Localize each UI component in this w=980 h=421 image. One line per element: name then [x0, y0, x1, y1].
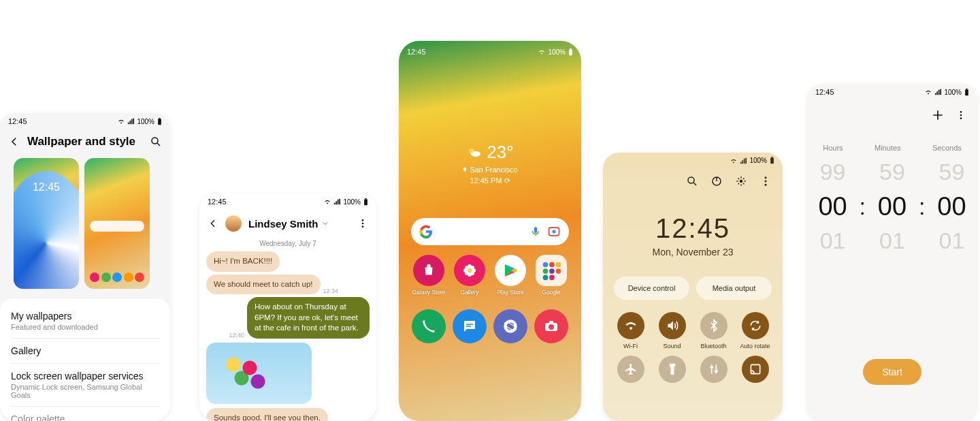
svg-point-11: [471, 151, 480, 157]
qs-bluetooth[interactable]: Bluetooth: [693, 312, 734, 350]
svg-point-44: [765, 181, 767, 183]
app-galaxy-store[interactable]: Galaxy Store: [410, 255, 448, 296]
home-screen: 12:45 100% 23° San Francisco 12:45 PM ⟳ …: [399, 41, 581, 421]
more-icon[interactable]: [956, 108, 966, 122]
play-icon: [495, 255, 526, 286]
timer-headers: Hours Minutes Seconds: [807, 144, 977, 152]
qs-cast[interactable]: [734, 356, 776, 383]
svg-rect-39: [771, 157, 772, 158]
wallpaper-style-screen: 12:45 100% Wallpaper and style 12:45 My …: [0, 113, 170, 421]
app-row: Galaxy Store Gallery Play Store Google: [399, 245, 581, 296]
svg-point-27: [543, 268, 549, 274]
weather-icon: [466, 144, 483, 161]
search-icon[interactable]: [686, 175, 698, 187]
svg-point-45: [765, 184, 767, 186]
svg-point-7: [362, 225, 364, 228]
wifi-icon: [324, 198, 331, 205]
svg-point-26: [556, 262, 561, 268]
signal-icon: [740, 157, 747, 164]
wallpaper-thumbs: 12:45: [0, 154, 170, 298]
wifi-icon: [925, 89, 932, 95]
status-bar: 100%: [603, 153, 783, 168]
sound-icon: [659, 312, 686, 339]
chevron-down-icon[interactable]: [321, 219, 329, 228]
phone-icon: [412, 309, 446, 343]
app-play-store[interactable]: Play Store: [491, 255, 529, 296]
avatar[interactable]: [225, 215, 242, 232]
search-icon[interactable]: [150, 136, 162, 148]
lockscreen-preview[interactable]: 12:45: [14, 158, 79, 289]
wifi-icon: [730, 157, 737, 164]
list-item[interactable]: Lock screen wallpaper services Dynamic L…: [0, 364, 170, 406]
folder-icon: [536, 255, 567, 286]
message-out: 12:40 How about on Thursday at 6PM? If y…: [199, 296, 376, 340]
svg-point-6: [362, 223, 364, 225]
svg-point-51: [960, 117, 962, 119]
seconds-wheel[interactable]: 59 00 01: [930, 156, 973, 257]
clock: 12:45 Mon, November 23: [603, 213, 783, 258]
device-control-button[interactable]: Device control: [614, 277, 689, 300]
list-item[interactable]: My wallpapers Featured and downloaded: [0, 304, 170, 338]
qs-airplane[interactable]: [610, 356, 651, 383]
message-in: Hi~! I'm BACK!!!!: [199, 250, 376, 273]
page-title: Wallpaper and style: [27, 135, 143, 149]
app-messages[interactable]: [451, 309, 489, 343]
app-phone[interactable]: [410, 309, 448, 343]
contact-name[interactable]: Lindsey Smith: [248, 218, 350, 230]
svg-rect-3: [364, 199, 368, 205]
plus-icon[interactable]: [931, 108, 945, 122]
start-button[interactable]: Start: [863, 359, 921, 385]
app-google-folder[interactable]: Google: [532, 255, 570, 296]
panel-tools: [603, 168, 783, 194]
svg-point-23: [468, 268, 472, 272]
more-icon[interactable]: [357, 218, 368, 229]
status-bar: 12:45 100%: [0, 113, 170, 129]
svg-point-14: [553, 230, 556, 234]
chat-header: Lindsey Smith: [199, 210, 376, 237]
power-icon[interactable]: [710, 175, 723, 187]
qs-autorotate[interactable]: Auto rotate: [734, 312, 776, 350]
qs-sound[interactable]: Sound: [651, 312, 693, 350]
mic-icon[interactable]: [529, 225, 542, 238]
lens-icon[interactable]: [547, 225, 561, 238]
app-camera[interactable]: [532, 309, 570, 343]
airplane-icon: [617, 356, 644, 383]
svg-point-31: [549, 275, 555, 281]
signal-icon: [934, 89, 941, 95]
minutes-wheel[interactable]: 59 00 01: [871, 156, 913, 257]
qs-wifi[interactable]: Wi-Fi: [610, 312, 651, 350]
status-bar: 12:45 100%: [399, 41, 581, 60]
back-icon[interactable]: [208, 218, 218, 229]
dock: [399, 296, 581, 343]
homescreen-preview[interactable]: [84, 158, 150, 289]
battery-icon: [568, 48, 573, 56]
timer-picker[interactable]: 99 00 01 : 59 00 01 : 59 00 01: [807, 156, 977, 257]
app-gallery[interactable]: Gallery: [451, 255, 489, 296]
back-icon[interactable]: [8, 136, 20, 148]
message-icon: [453, 309, 487, 343]
camera-icon: [534, 309, 568, 343]
flower-icon: [454, 255, 485, 286]
status-bar: 12:45 100%: [199, 193, 376, 210]
app-internet[interactable]: [491, 309, 529, 343]
flashlight-icon: [659, 356, 686, 383]
qs-flashlight[interactable]: [651, 356, 693, 383]
wifi-icon: [118, 118, 125, 125]
bag-icon: [413, 255, 444, 286]
message-image[interactable]: [206, 343, 312, 404]
timer-screen: 12:45 100% Hours Minutes Seconds 99 00 0…: [807, 84, 977, 421]
list-item[interactable]: Color palette: [0, 407, 170, 421]
google-search-bar[interactable]: [411, 218, 569, 245]
weather-widget[interactable]: 23° San Francisco 12:45 PM ⟳: [399, 142, 581, 185]
svg-point-28: [549, 268, 555, 274]
list-item[interactable]: Gallery: [0, 339, 170, 363]
svg-rect-4: [365, 198, 366, 200]
qs-data[interactable]: [693, 356, 734, 383]
more-icon[interactable]: [760, 175, 772, 187]
svg-rect-46: [751, 364, 760, 373]
rotate-icon: [742, 312, 769, 339]
gear-icon[interactable]: [735, 175, 747, 187]
battery-icon: [363, 198, 368, 206]
media-output-button[interactable]: Media output: [696, 277, 772, 300]
hours-wheel[interactable]: 99 00 01: [812, 156, 854, 257]
